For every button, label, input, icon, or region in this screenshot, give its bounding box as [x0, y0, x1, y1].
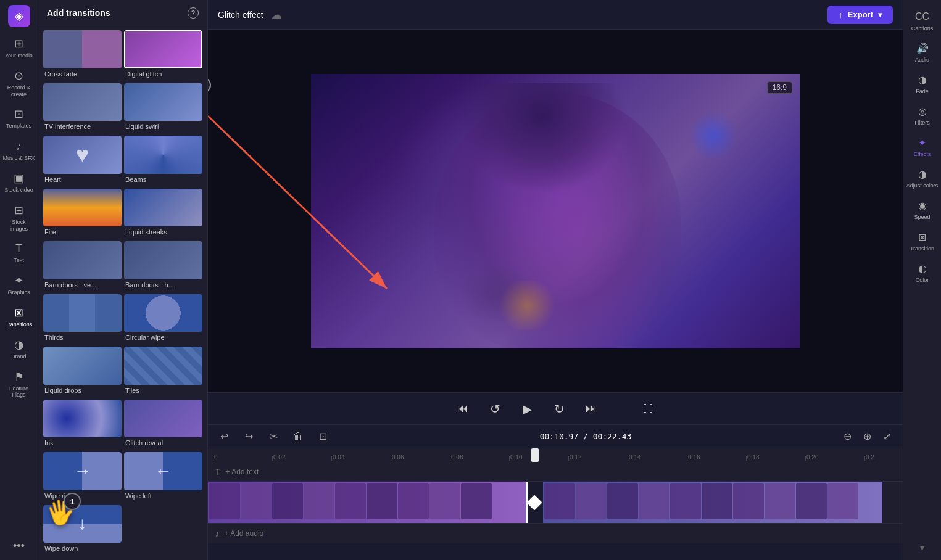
skip-forward-button[interactable]: ⏭ [581, 399, 601, 419]
effects-icon: ✦ [916, 136, 929, 149]
rewind-button[interactable]: ↺ [485, 399, 505, 419]
sidebar-item-brand[interactable]: ◑ Brand [0, 333, 38, 365]
film-frame [367, 483, 397, 519]
export-arrow-icon: ↑ [839, 10, 843, 20]
fit-to-screen-button[interactable]: ⤢ [879, 429, 895, 445]
right-tool-adjust-colors[interactable]: ◑ Adjust colors [904, 162, 941, 194]
transition-item-wipe-down[interactable]: Wipe down [43, 505, 122, 556]
sidebar-item-feature-flags[interactable]: ⚑ Feature Flags [0, 365, 38, 404]
transitions-grid: Cross fade Digital glitch TV interferenc… [38, 25, 207, 560]
transition-item-circular-wipe[interactable]: Circular wipe [124, 294, 202, 345]
play-button[interactable]: ▶ [517, 399, 537, 419]
film-frame [544, 483, 575, 519]
video-preview: 16:9 🖐 2 [208, 30, 903, 392]
aspect-ratio-badge: 16:9 [767, 81, 792, 94]
transition-item-ink[interactable]: Ink [43, 400, 122, 450]
transition-marker[interactable] [526, 482, 543, 523]
sidebar-label-your-media: Your media [5, 52, 33, 59]
transition-item-wipe-right[interactable]: Wipe right [43, 452, 122, 503]
sidebar-item-music-sfx[interactable]: ♪ Music & SFX [0, 134, 38, 167]
sidebar-item-record-create[interactable]: ⊙ Record & create [0, 64, 38, 103]
ruler-mark: 0:16 [687, 454, 746, 461]
captions-icon: CC [916, 10, 929, 23]
sidebar-item-stock-video[interactable]: ▣ Stock video [0, 167, 38, 199]
export-button[interactable]: ↑ Export ▾ [827, 6, 893, 24]
copy-button[interactable]: ⊡ [314, 428, 331, 445]
video-segment-1[interactable] [208, 482, 526, 523]
transition-item-tiles[interactable]: Tiles [124, 347, 202, 397]
right-tool-filters[interactable]: ◎ Filters [904, 99, 941, 131]
sidebar-item-templates[interactable]: ⊡ Templates [0, 102, 38, 134]
sidebar-item-graphics[interactable]: ✦ Graphics [0, 269, 38, 301]
transition-label-circular-wipe: Circular wipe [124, 332, 202, 344]
redo-button[interactable]: ↪ [240, 428, 257, 445]
zoom-in-button[interactable]: ⊕ [860, 429, 876, 445]
top-bar: Glitch effect ☁ ↑ Export ▾ [208, 0, 903, 30]
feature-flags-icon: ⚑ [12, 370, 26, 384]
add-text-button[interactable]: + Add text [226, 467, 259, 476]
sidebar-item-more[interactable]: ••• [0, 534, 38, 560]
zoom-out-button[interactable]: ⊖ [840, 429, 856, 445]
transition-label-beams: Beams [124, 174, 202, 186]
transition-diamond-icon [526, 495, 542, 510]
transition-thumb-inner [43, 400, 122, 438]
video-frame: 16:9 [311, 74, 800, 348]
ruler-mark: 0:08 [450, 454, 509, 461]
right-tool-fade[interactable]: ◑ Fade [904, 68, 941, 99]
ruler-mark: 0:10 [509, 454, 568, 461]
ruler-mark: 0 [213, 454, 272, 461]
transition-thumb-inner [124, 347, 202, 385]
transition-item-tv-interference[interactable]: TV interference [43, 83, 122, 134]
transition-item-liquid-drops[interactable]: Liquid drops [43, 347, 122, 397]
stock-video-icon: ▣ [12, 171, 26, 185]
sidebar-item-transitions[interactable]: ⊠ Transitions [0, 301, 38, 333]
transition-label-liquid-swirl: Liquid swirl [124, 121, 202, 133]
right-tool-captions[interactable]: CC Captions [904, 5, 941, 36]
delete-button[interactable]: 🗑 [289, 428, 307, 445]
sidebar-expand-button[interactable]: ▾ [920, 543, 924, 560]
transition-label-heart: Heart [43, 174, 122, 186]
sidebar-item-text[interactable]: T Text [0, 237, 38, 269]
film-frame [702, 483, 732, 519]
undo-button[interactable]: ↩ [215, 428, 233, 445]
film-frame [335, 483, 366, 519]
transition-thumb-liquid-drops [43, 347, 122, 385]
transition-item-barn-doors-h[interactable]: Barn doors - h... [124, 241, 202, 292]
playhead [526, 482, 528, 523]
transition-item-wipe-left[interactable]: Wipe left [124, 452, 202, 503]
transition-item-heart[interactable]: Heart [43, 136, 122, 186]
right-tool-speed[interactable]: ◉ Speed [904, 194, 941, 225]
transition-icon: ⊠ [916, 230, 929, 244]
right-tool-audio[interactable]: 🔊 Audio [904, 36, 941, 68]
transition-item-liquid-swirl[interactable]: Liquid swirl [124, 83, 202, 134]
right-tool-color[interactable]: ◐ Color [904, 257, 941, 288]
skip-back-button[interactable]: ⏮ [453, 399, 473, 419]
transition-item-barn-doors-v[interactable]: Barn doors - ve... [43, 241, 122, 292]
video-segment-2[interactable] [543, 482, 882, 523]
help-button[interactable]: ? [188, 7, 199, 19]
transition-item-cross-fade[interactable]: Cross fade [43, 30, 122, 81]
timeline-area: ↩ ↪ ✂ 🗑 ⊡ 00:10.97 / 00:22.43 ⊖ ⊕ ⤢ 00: [208, 424, 903, 560]
cut-button[interactable]: ✂ [265, 428, 282, 445]
transition-item-liquid-streaks[interactable]: Liquid streaks [124, 189, 202, 239]
right-tool-effects[interactable]: ✦ Effects [904, 131, 941, 162]
right-tool-label-fade: Fade [916, 88, 929, 94]
transition-item-digital-glitch[interactable]: Digital glitch [124, 30, 202, 81]
app-logo: ◈ [8, 5, 30, 27]
transition-thumb-digital-glitch [124, 30, 202, 68]
transition-item-glitch-reveal[interactable]: Glitch reveal [124, 400, 202, 450]
fullscreen-button[interactable]: ⛶ [638, 399, 658, 419]
transition-item-thirds[interactable]: Thirds [43, 294, 122, 345]
transition-thumb-inner [43, 189, 122, 227]
right-tool-transition[interactable]: ⊠ Transition [904, 225, 941, 257]
speed-icon: ◉ [916, 199, 929, 212]
transition-item-fire[interactable]: Fire [43, 189, 122, 239]
add-audio-button[interactable]: + Add audio [225, 529, 264, 538]
sidebar-item-your-media[interactable]: ⊞ Your media [0, 32, 38, 64]
transition-label-glitch-reveal: Glitch reveal [124, 437, 202, 450]
adjust-colors-icon: ◑ [916, 167, 929, 181]
brand-icon: ◑ [12, 338, 26, 352]
sidebar-item-stock-images[interactable]: ⊟ Stock images [0, 199, 38, 237]
forward-button[interactable]: ↻ [549, 399, 569, 419]
transition-item-beams[interactable]: Beams [124, 136, 202, 186]
